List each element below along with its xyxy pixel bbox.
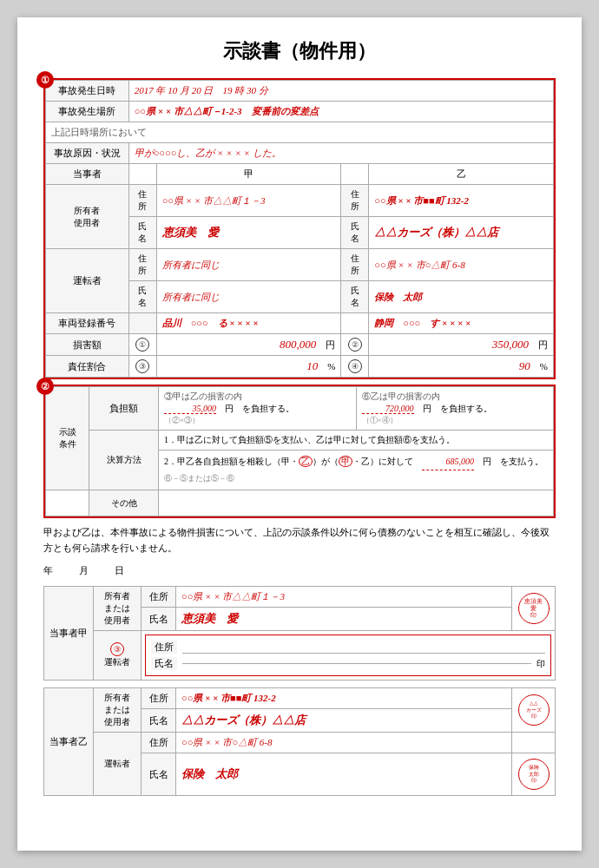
section-1: ① 事故発生日時 2017 年 10 月 20 日 19 時 30 分 事故発生… <box>43 78 556 379</box>
otsu-driver-stamp-empty <box>512 733 556 753</box>
label-accident-place: 事故発生場所 <box>46 102 129 122</box>
label-shimei-2: 氏名 <box>341 217 369 249</box>
ko-driver-jusho-row: 住所 <box>151 641 545 654</box>
label-ko-shimei-1: 氏名 <box>142 608 176 631</box>
otsu-sub1-jusho-val: ○○県 × × 市■■町 132-2 <box>176 688 512 709</box>
party-table: 当事者甲 所有者または使用者 住所 ○○県 × × 市△△町１－3 恵須美愛印 … <box>43 586 556 681</box>
otsu-vehicle: 静岡 ○○○ す × × × × <box>369 313 554 334</box>
otsu-driver-shimei-val: 保険 太郎 <box>176 753 512 796</box>
sonota-value <box>159 490 554 516</box>
otsu-driver-stamp-cell: 保険太郎印 <box>512 753 556 796</box>
row-driver-address: 運転者 住所 所有者に同じ 住所 ○○県 × × 市○△町 6-8 <box>46 249 554 281</box>
label-damage: 損害額 <box>46 334 129 356</box>
label-ko-driver-shimei: 氏名 <box>151 657 177 670</box>
note-text: 上記日時場所において <box>46 122 554 143</box>
label-otsu-jusho: 住所 <box>142 688 176 709</box>
ko-driver-jusho-val <box>182 641 545 654</box>
label-driver-jusho-1: 住所 <box>128 249 156 281</box>
label-sublabel-empty <box>128 164 156 185</box>
otsu-stamp: △△カーズ印 <box>518 694 550 726</box>
page-title: 示談書（物件用） <box>43 38 556 64</box>
label-driver-jusho-2: 住所 <box>341 249 369 281</box>
otsu-driver-jusho-val: ○○県 × × 市○△町 6-8 <box>176 733 512 753</box>
label-otsu-driver-jusho: 住所 <box>142 733 176 753</box>
label-responsibility: 責任割合 <box>46 356 129 378</box>
label-ketsu: 決算方法 <box>89 431 159 490</box>
ketsu-1: 1．甲は乙に対して負担額⑤を支払い、乙は甲に対して負担額⑥を支払う。 <box>159 431 554 450</box>
label-jidan: 示談条件 <box>46 387 89 490</box>
ko-driver-address: 所有者に同じ <box>156 249 341 281</box>
row-note: 上記日時場所において <box>46 122 554 143</box>
ketsu-2: 2．甲乙各自負担額を相殺し（甲・乙）が（甲・乙）に対して 685,000 円 を… <box>159 450 554 490</box>
date-tsuki: 月 <box>79 564 89 577</box>
row-otsu-owner: 当事者乙 所有者または使用者 住所 ○○県 × × 市■■町 132-2 △△カ… <box>44 688 556 709</box>
label-futan: 負担額 <box>89 387 159 431</box>
label-ko-unten: ③運転者 <box>94 631 142 681</box>
value-accident-datetime: 2017 年 10 月 20 日 19 時 30 分 <box>128 81 553 102</box>
label-otsu-driver-shimei: 氏名 <box>142 753 176 796</box>
row-owner-address: 所有者使用者 住所 ○○県 × × 市△△町１－3 住所 ○○県 × × 市■■… <box>46 185 554 217</box>
date-hi: 日 <box>115 564 124 577</box>
otsu-stamp-cell: △△カーズ印 <box>512 688 556 733</box>
label-jusho-2: 住所 <box>341 185 369 217</box>
ko-driver-inkan: 印 <box>536 658 545 670</box>
label-otsu-shimei: 氏名 <box>142 709 176 733</box>
section-2: ② 示談条件 負担額 ③甲は乙の損害の内 35,000 円 を負担する。 （②×… <box>43 385 556 518</box>
section-2-table: 示談条件 負担額 ③甲は乙の損害の内 35,000 円 を負担する。 （②×③）… <box>45 386 554 516</box>
date-nen: 年 <box>43 564 53 577</box>
closing-text: 甲および乙は、本件事故による物件損害について、上記の示談条件以外に何ら債務のない… <box>43 525 556 556</box>
ko-driver-shimei-row: 氏名 印 <box>151 657 545 670</box>
label-vehicle: 車両登録番号 <box>46 313 129 334</box>
ko-vehicle: 品川 ○○○ る × × × × <box>156 313 341 334</box>
otsu-driver-stamp: 保険太郎印 <box>518 759 550 790</box>
row-ko-driver: ③運転者 住所 氏名 印 <box>44 631 556 681</box>
label-ko: 甲 <box>156 164 341 185</box>
otsu-sub1-shimei-val: △△カーズ（株）△△店 <box>176 709 512 733</box>
label-vehicle-empty <box>128 313 156 334</box>
row-sonota: その他 <box>46 490 554 516</box>
label-shimei-1: 氏名 <box>128 217 156 249</box>
num-damage-2: ② <box>341 334 369 356</box>
ko-driver-name: 所有者に同じ <box>156 281 341 313</box>
num-resp-4: ④ <box>341 356 369 378</box>
label-party-otsu: 当事者乙 <box>44 688 94 796</box>
section-3-circle: ③ <box>110 642 124 656</box>
ko-stamp: 恵須美愛印 <box>518 593 550 624</box>
label-otsu-shoyusha: 所有者または使用者 <box>94 688 142 733</box>
label-vehicle-empty2 <box>341 313 369 334</box>
value-accident-place: ○○県 × × 市△△町－1-2-3 変番前の変差点 <box>128 102 553 122</box>
futan-detail: ③甲は乙の損害の内 35,000 円 を負担する。 （②×③） <box>159 387 357 431</box>
label-otsu-unten: 運転者 <box>94 733 142 796</box>
label-driver-shimei-1: 氏名 <box>128 281 156 313</box>
ko-owner-address: ○○県 × × 市△△町１－3 <box>156 185 341 217</box>
label-party-ko: 当事者甲 <box>44 587 94 681</box>
label-ko-shoyusha: 所有者または使用者 <box>94 587 142 631</box>
otsu-responsibility: 90 % <box>369 356 554 378</box>
row-ko-owner: 当事者甲 所有者または使用者 住所 ○○県 × × 市△△町１－3 恵須美愛印 <box>44 587 556 608</box>
ko-responsibility: 10 % <box>156 356 341 378</box>
ko-sub1-jusho-val: ○○県 × × 市△△町１－3 <box>176 587 512 608</box>
num-resp-3: ③ <box>128 356 156 378</box>
label-owner: 所有者使用者 <box>46 185 129 249</box>
section-2-num: ② <box>36 378 54 395</box>
label-driver-shimei-2: 氏名 <box>341 281 369 313</box>
row-futan: 示談条件 負担額 ③甲は乙の損害の内 35,000 円 を負担する。 （②×③）… <box>46 387 554 431</box>
ko-stamp-text: 恵須美愛印 <box>524 598 543 620</box>
ko-driver-inner: 住所 氏名 印 <box>142 631 556 681</box>
ko-driver-shimei-val <box>182 663 531 664</box>
label-jusho-1: 住所 <box>128 185 156 217</box>
ko-stamp-cell: 恵須美愛印 <box>512 587 556 631</box>
party-table-otsu: 当事者乙 所有者または使用者 住所 ○○県 × × 市■■町 132-2 △△カ… <box>43 687 556 796</box>
label-otsu: 乙 <box>369 164 554 185</box>
document-page: 示談書（物件用） ① 事故発生日時 2017 年 10 月 20 日 19 時 … <box>17 17 582 851</box>
row-accident-place: 事故発生場所 ○○県 × × 市△△町－1-2-3 変番前の変差点 <box>46 102 554 122</box>
ko-driver-box: 住所 氏名 印 <box>145 635 551 676</box>
label-driver: 運転者 <box>46 249 129 313</box>
row-accident-cause: 事故原因・状況 甲が○○○○し、乙が × × × × した。 <box>46 143 554 164</box>
label-sublabel-empty2 <box>341 164 369 185</box>
date-row: 年 月 日 <box>43 564 556 577</box>
row-vehicle-num: 車両登録番号 品川 ○○○ る × × × × 静岡 ○○○ す × × × × <box>46 313 554 334</box>
otsu-driver-name: 保険 太郎 <box>369 281 554 313</box>
row-otsu-driver-jusho: 運転者 住所 ○○県 × × 市○△町 6-8 <box>44 733 556 753</box>
otsu-owner-address: ○○県 × × 市■■町 132-2 <box>369 185 554 217</box>
